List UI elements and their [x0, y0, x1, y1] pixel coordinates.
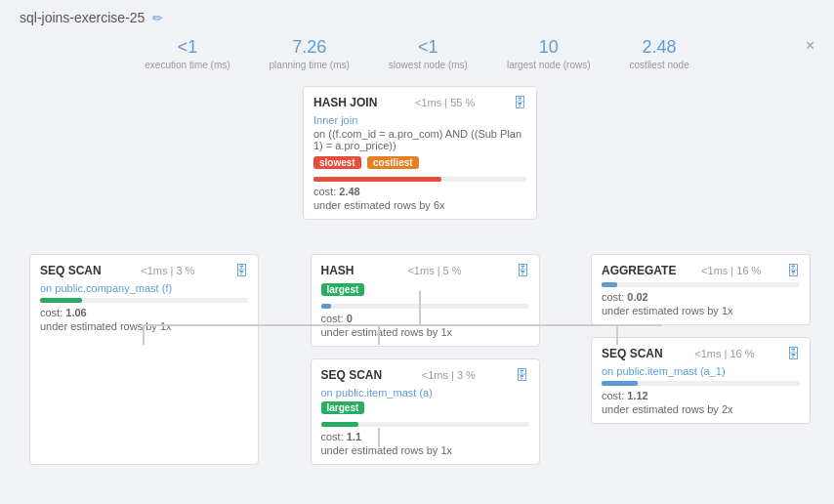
seq-scan-right-subtitle: on public.item_mast (a_1): [602, 365, 800, 377]
stat-planning-label: planning time (ms): [270, 60, 350, 70]
seq-scan-mid-timing: <1ms | 3 %: [422, 369, 476, 381]
seq-scan-mid-fill: [321, 422, 358, 427]
seq-scan-left-db-icon: 🗄: [234, 263, 248, 278]
seq-scan-left-cost: cost: 1.06: [40, 307, 248, 318]
stats-bar: <1 execution time (ms) 7.26 planning tim…: [20, 37, 814, 70]
hash-progress: [321, 304, 529, 309]
stat-largest-node: 10 largest node (rows): [507, 37, 591, 70]
hash-estimate: under estimated rows by 1x: [321, 326, 529, 338]
seq-scan-left-estimate: under estimated rows by 1x: [40, 320, 248, 332]
seq-scan-right-db-icon: 🗄: [786, 346, 800, 361]
aggregate-fill: [602, 282, 617, 287]
hash-join-cost: cost: 2.48: [313, 186, 526, 197]
seq-scan-right-card: SEQ SCAN <1ms | 16 % 🗄 on public.item_ma…: [591, 337, 811, 424]
stat-execution-value: <1: [145, 37, 229, 58]
hash-join-estimate: under estimated rows by 6x: [313, 199, 526, 211]
hash-join-timing: <1ms | 55 %: [415, 97, 475, 108]
aggregate-estimate: under estimated rows by 1x: [602, 305, 800, 316]
stat-largest-label: largest node (rows): [507, 60, 591, 70]
seq-scan-mid-progress: [321, 422, 529, 427]
hash-fill: [321, 304, 332, 309]
hash-join-join-type: Inner join: [313, 114, 526, 126]
seq-scan-right-timing: <1ms | 16 %: [694, 348, 754, 359]
aggregate-cost: cost: 0.02: [602, 291, 800, 303]
seq-scan-left-timing: <1ms | 3 %: [141, 265, 194, 276]
seq-scan-right-cost: cost: 1.12: [602, 390, 800, 401]
hash-join-progress-bar: [313, 177, 526, 182]
seq-scan-right-title: SEQ SCAN: [602, 347, 663, 360]
hash-join-title: HASH JOIN: [313, 96, 377, 109]
hash-join-progress-fill: [313, 177, 441, 182]
hash-title: HASH: [321, 264, 354, 277]
hash-db-icon: 🗄: [516, 263, 529, 278]
seq-scan-mid-subtitle: on public.item_mast (a): [321, 387, 529, 399]
hash-join-db-icon: 🗄: [513, 95, 526, 110]
seq-scan-left-card: SEQ SCAN <1ms | 3 % 🗄 on public.company_…: [29, 254, 259, 465]
seq-scan-left-subtitle: on public.company_mast (f): [40, 282, 248, 294]
hash-join-condition: on ((f.com_id = a.pro_com) AND ((Sub Pla…: [313, 128, 526, 151]
seq-scan-left-progress: [40, 298, 248, 303]
hash-join-card: HASH JOIN <1ms | 55 % 🗄 Inner join on ((…: [303, 86, 537, 220]
seq-scan-mid-card: SEQ SCAN <1ms | 3 % 🗄 on public.item_mas…: [311, 358, 540, 465]
aggregate-card: AGGREGATE <1ms | 16 % 🗄 cost: 0.02 under…: [591, 254, 811, 325]
stat-slowest-label: slowest node (ms): [389, 60, 468, 70]
page-title: sql-joins-exercise-25: [20, 10, 145, 25]
aggregate-db-icon: 🗄: [786, 263, 800, 278]
title-bar: sql-joins-exercise-25 ✏: [20, 10, 814, 25]
seq-scan-mid-estimate: under estimated rows by 1x: [321, 444, 529, 456]
seq-scan-right-estimate: under estimated rows by 2x: [602, 403, 800, 415]
seq-scan-left-fill: [40, 298, 82, 303]
badge-largest-hash: largest: [321, 283, 365, 296]
hash-card: HASH <1ms | 5 % 🗄 largest cost: 0 under …: [311, 254, 540, 347]
hash-timing: <1ms | 5 %: [407, 265, 461, 276]
close-button[interactable]: ×: [806, 37, 814, 55]
badge-costliest: costliest: [367, 156, 419, 169]
stat-slowest-node: <1 slowest node (ms): [389, 37, 468, 70]
seq-scan-left-title: SEQ SCAN: [40, 264, 102, 277]
stat-largest-value: 10: [507, 37, 591, 58]
badge-largest-seq-mid: largest: [321, 401, 365, 414]
seq-scan-mid-db-icon: 🗄: [515, 367, 528, 383]
mid-column: HASH <1ms | 5 % 🗄 largest cost: 0 under …: [311, 254, 540, 465]
stat-planning-value: 7.26: [270, 37, 350, 58]
hash-cost: cost: 0: [321, 313, 529, 324]
right-column: AGGREGATE <1ms | 16 % 🗄 cost: 0.02 under…: [591, 254, 811, 465]
seq-scan-right-progress: [602, 381, 800, 386]
stat-execution-label: execution time (ms): [145, 60, 229, 70]
seq-scan-right-fill: [602, 381, 638, 386]
aggregate-progress: [602, 282, 800, 287]
stat-costliest-node: 2.48 costliest node: [630, 37, 689, 70]
stat-slowest-value: <1: [389, 37, 468, 58]
seq-scan-mid-title: SEQ SCAN: [321, 368, 383, 382]
stat-costliest-label: costliest node: [630, 60, 689, 70]
seq-scan-mid-cost: cost: 1.1: [321, 431, 529, 442]
stat-costliest-value: 2.48: [630, 37, 689, 58]
stat-planning-time: 7.26 planning time (ms): [270, 37, 350, 70]
badge-slowest: slowest: [313, 156, 361, 169]
aggregate-timing: <1ms | 16 %: [701, 265, 761, 276]
stat-execution-time: <1 execution time (ms): [145, 37, 229, 70]
aggregate-title: AGGREGATE: [602, 264, 676, 277]
edit-icon[interactable]: ✏: [152, 11, 163, 25]
